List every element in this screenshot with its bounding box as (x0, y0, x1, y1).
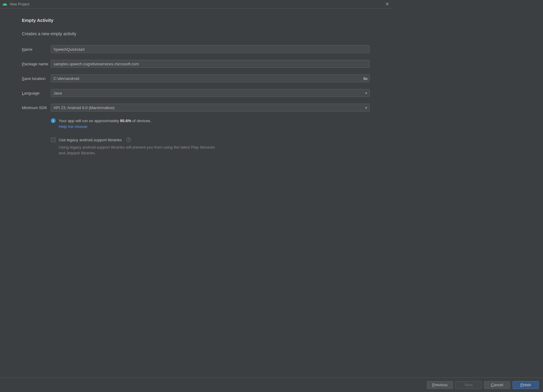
legacy-support-checkbox[interactable] (51, 137, 56, 142)
language-label: Language (22, 91, 51, 95)
help-icon[interactable]: ? (126, 138, 131, 142)
info-icon: i (51, 118, 56, 123)
language-select[interactable] (51, 89, 370, 97)
browse-folder-icon[interactable] (363, 76, 368, 81)
coverage-text-post: of devices. (131, 119, 151, 123)
name-input[interactable] (51, 45, 370, 53)
android-icon (2, 2, 7, 7)
window-title: New Project (10, 2, 29, 6)
minimum-sdk-label: Minimum SDK (22, 105, 51, 110)
package-label: Package name (22, 62, 51, 66)
save-location-label: Save location (22, 76, 51, 81)
package-input[interactable] (51, 60, 370, 68)
device-coverage-info: i Your app will run on approximately 95.… (51, 118, 370, 123)
legacy-support-help-text: Using legacy android.support libraries w… (59, 145, 217, 156)
wizard-content: Empty Activity Creates a new empty activ… (0, 9, 392, 156)
close-icon[interactable]: ✕ (385, 1, 389, 7)
name-label: Name (22, 47, 51, 52)
save-location-input[interactable] (51, 74, 370, 82)
help-me-choose-link[interactable]: Help me choose (59, 124, 87, 129)
coverage-percent: 95.6% (120, 119, 131, 123)
coverage-text-pre: Your app will run on approximately (59, 119, 120, 123)
legacy-support-label: Use legacy android.support libraries (59, 138, 122, 142)
minimum-sdk-select[interactable] (51, 104, 370, 112)
page-heading: Empty Activity (22, 18, 370, 23)
page-subtitle: Creates a new empty activity (22, 31, 370, 36)
title-bar: New Project ✕ (0, 0, 392, 9)
